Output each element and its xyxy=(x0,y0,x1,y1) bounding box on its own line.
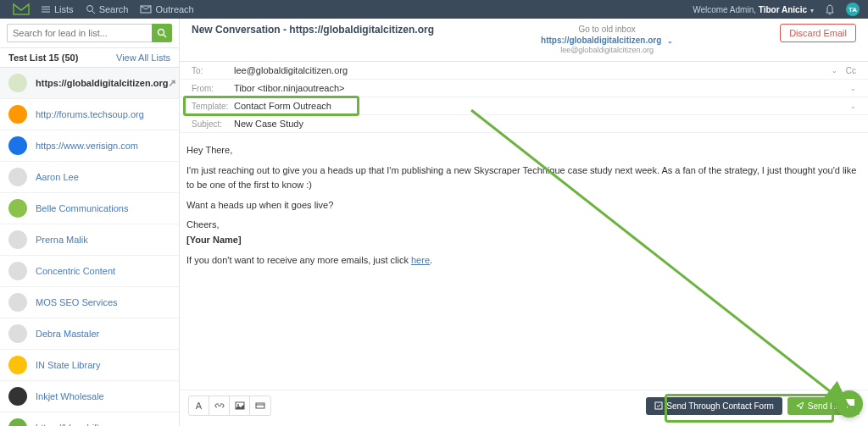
list-name: Test List 15 (50) xyxy=(8,53,78,63)
top-nav: Lists Search Outreach Welcome Admin, Tib… xyxy=(0,0,868,19)
avatar xyxy=(8,356,27,374)
subject-label: Subject: xyxy=(192,119,234,129)
main-panel: New Conversation - https://globaldigital… xyxy=(180,19,868,426)
cc-link[interactable]: Cc xyxy=(846,66,856,75)
sidebar-item[interactable]: Inkjet Wholesale xyxy=(0,381,179,412)
chevron-down-icon[interactable]: ⌄ xyxy=(850,85,856,92)
template-field[interactable]: Contact Form Outreach xyxy=(234,101,847,111)
sidebar-item[interactable]: Prerna Malik xyxy=(0,224,179,256)
avatar xyxy=(8,262,27,280)
to-field[interactable]: lee@globaldigitalcitizen.org xyxy=(234,65,828,75)
app-logo[interactable] xyxy=(8,0,34,19)
avatar xyxy=(8,136,27,155)
discard-button[interactable]: Discard Email xyxy=(780,24,856,42)
avatar xyxy=(8,418,27,426)
svg-point-9 xyxy=(237,404,239,406)
editor-toolbar: A xyxy=(188,396,271,416)
sidebar-item-label: Inkjet Wholesale xyxy=(36,391,104,401)
avatar xyxy=(8,230,27,249)
sidebar-list: https://globaldigitalcitizen.org↗🗑http:/… xyxy=(0,68,179,426)
chevron-down-icon[interactable]: ⌄ xyxy=(832,67,837,75)
svg-rect-12 xyxy=(655,402,662,409)
sidebar-item-label: MOS SEO Services xyxy=(36,297,118,307)
sidebar-item-label: https://globaldigitalcitizen.org xyxy=(36,78,168,88)
sidebar-item-label: https://www.verisign.com xyxy=(36,141,138,151)
search-button[interactable] xyxy=(152,24,172,42)
sidebar-item-label: http://forums.techsoup.org xyxy=(36,109,144,119)
send-through-contact-form-button[interactable]: Send Through Contact Form xyxy=(646,397,782,415)
sidebar-item[interactable]: Aaron Lee xyxy=(0,162,179,193)
insert-card-button[interactable] xyxy=(250,396,270,415)
svg-point-6 xyxy=(159,30,164,36)
nav-search[interactable]: Search xyxy=(86,4,129,14)
avatar xyxy=(8,199,27,218)
chat-widget-button[interactable] xyxy=(836,390,863,418)
sidebar-item[interactable]: https://blog.drift.com xyxy=(0,412,179,426)
avatar xyxy=(8,105,27,124)
chevron-down-icon: ⌄ xyxy=(667,37,673,45)
chevron-down-icon: ▾ xyxy=(810,7,814,14)
user-avatar[interactable]: TA xyxy=(846,3,860,16)
template-label: Template: xyxy=(192,102,234,111)
domain-selector[interactable]: https://globaldigitalcitizen.org ⌄ xyxy=(434,35,780,46)
view-all-lists[interactable]: View All Lists xyxy=(116,53,170,63)
avatar xyxy=(8,168,27,186)
avatar xyxy=(8,293,27,312)
sidebar-item[interactable]: https://www.verisign.com xyxy=(0,130,179,162)
sidebar-item-label: Belle Communications xyxy=(36,203,128,213)
old-inbox-link[interactable]: Go to old inbox xyxy=(434,24,780,35)
sidebar-item-label: Concentric Content xyxy=(36,266,115,276)
sidebar-item[interactable]: Concentric Content xyxy=(0,256,179,287)
from-label: From: xyxy=(192,84,234,93)
conversation-title: New Conversation - https://globaldigital… xyxy=(192,24,434,36)
sidebar-item-label: Aaron Lee xyxy=(36,172,79,182)
svg-rect-10 xyxy=(256,403,264,408)
nav-lists[interactable]: Lists xyxy=(41,4,74,14)
sidebar-item-label: IN State Library xyxy=(36,360,100,370)
bell-icon[interactable] xyxy=(824,3,836,15)
open-icon[interactable]: ↗ xyxy=(168,77,176,89)
sidebar-item[interactable]: MOS SEO Services xyxy=(0,287,179,318)
user-welcome[interactable]: Welcome Admin, Tibor Anicic▾ xyxy=(693,5,814,14)
format-text-button[interactable]: A xyxy=(189,396,209,415)
sidebar-item[interactable]: Debra Mastaler xyxy=(0,318,179,350)
sidebar-item-label: Debra Mastaler xyxy=(36,329,99,339)
sidebar-item[interactable]: Belle Communications xyxy=(0,193,179,224)
to-label: To: xyxy=(192,66,234,75)
unsubscribe-link[interactable]: here xyxy=(411,255,430,265)
sidebar-item[interactable]: http://forums.techsoup.org xyxy=(0,99,179,130)
svg-line-4 xyxy=(92,11,95,14)
avatar xyxy=(8,324,27,343)
sidebar-item-label: Prerna Malik xyxy=(36,235,88,245)
search-input[interactable] xyxy=(7,24,152,42)
sidebar-item[interactable]: https://globaldigitalcitizen.org↗🗑 xyxy=(0,68,179,99)
email-body[interactable]: Hey There, I'm just reaching out to give… xyxy=(180,133,868,390)
svg-line-7 xyxy=(164,35,166,37)
insert-image-button[interactable] xyxy=(230,396,250,415)
insert-link-button[interactable] xyxy=(209,396,230,415)
item-actions: ↗🗑 xyxy=(168,77,179,89)
domain-email: lee@globaldigitalcitizen.org xyxy=(434,46,780,56)
nav-outreach[interactable]: Outreach xyxy=(140,4,193,14)
footer-bar: A Send Through Contact Form Send Email xyxy=(180,390,868,426)
sidebar-item[interactable]: IN State Library xyxy=(0,350,179,381)
from-field[interactable]: Tibor <tibor.ninjaoutreach> xyxy=(234,83,847,93)
chevron-down-icon[interactable]: ⌄ xyxy=(850,102,856,110)
avatar xyxy=(8,387,27,406)
avatar xyxy=(8,74,27,92)
subject-field[interactable]: New Case Study xyxy=(234,119,856,129)
sidebar-item-label: https://blog.drift.com xyxy=(36,423,120,426)
svg-point-3 xyxy=(86,6,92,12)
sidebar: Test List 15 (50) View All Lists https:/… xyxy=(0,19,180,426)
